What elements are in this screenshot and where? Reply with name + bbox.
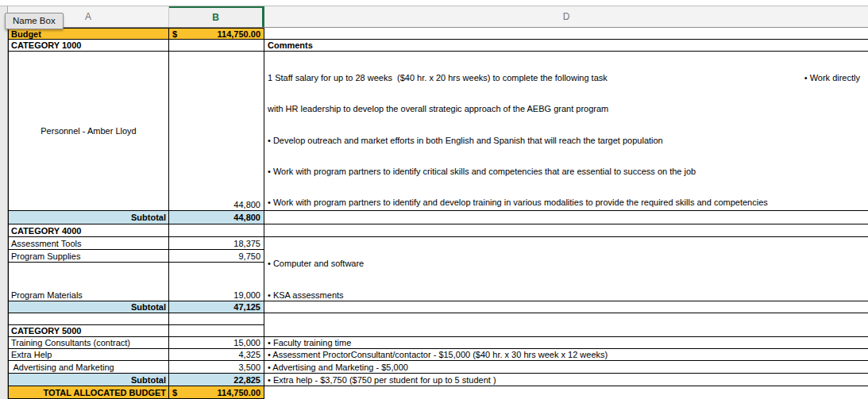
- comment-text: 1 Staff salary for up to 28 weeks ($40 h…: [268, 72, 608, 84]
- row-advertising: Advertising and Marketing 3,500: [8, 361, 264, 374]
- comment-line: 1 Staff salary for up to 28 weeks ($40 h…: [268, 72, 860, 84]
- row-program-materials: Program Materials 19,000: [8, 263, 264, 301]
- grid-columns-a-b: Budget $ 114,750.00 CATEGORY 1000 Person…: [8, 28, 264, 399]
- cell-extra-help-amount[interactable]: 4,325: [169, 349, 264, 361]
- cell-personnel-label[interactable]: Personnel - Amber Lloyd: [8, 52, 169, 211]
- cell-subtotal-3-amount[interactable]: 22,825: [169, 374, 264, 386]
- cell-assessment-tools-label[interactable]: Assessment Tools: [8, 237, 169, 250]
- comment-text-right: • Work directly: [804, 72, 860, 84]
- cell-category-1000-b[interactable]: [169, 40, 264, 52]
- cell-program-supplies-amount[interactable]: 9,750: [169, 250, 264, 263]
- row-total: TOTAL ALLOCATED BUDGET $ 114,750.00: [8, 386, 264, 399]
- cell-d-category-5000[interactable]: [264, 325, 868, 337]
- row-subtotal-2: Subtotal 47,125: [8, 301, 264, 313]
- currency-symbol: $: [172, 29, 177, 39]
- cell-training-consultants-label[interactable]: Training Consultants (contract): [8, 337, 169, 349]
- cell-program-materials-label[interactable]: Program Materials: [8, 263, 169, 301]
- comment-line: • KSA assessments: [268, 290, 860, 301]
- cell-d-extra-help-comment[interactable]: • Extra help - $3,750 ($750 per student …: [264, 374, 868, 386]
- comment-line: with HR leadership to develop the overal…: [268, 103, 860, 115]
- comment-line: • Computer and software: [268, 258, 860, 270]
- column-header-row: A B D: [8, 6, 868, 28]
- cell-advertising-label[interactable]: Advertising and Marketing: [8, 361, 169, 374]
- cell-category-1000-label[interactable]: CATEGORY 1000: [8, 40, 169, 52]
- row-category-4000: CATEGORY 4000: [8, 224, 264, 237]
- amount-value: 114,750.00: [218, 29, 260, 39]
- row-category-1000: CATEGORY 1000: [8, 40, 264, 52]
- cell-budget-label[interactable]: Budget: [8, 28, 169, 40]
- cell-d-assessment-proctor-comment[interactable]: • Assessment ProctorConsultant/contactor…: [264, 349, 868, 361]
- cell-d-personnel-comment[interactable]: 1 Staff salary for up to 28 weeks ($40 h…: [264, 52, 868, 211]
- row-subtotal-3: Subtotal 22,825: [8, 374, 264, 386]
- column-header-b[interactable]: B: [169, 6, 264, 27]
- cell-d-faculty-comment[interactable]: • Faculty training time: [264, 337, 868, 349]
- cell-program-supplies-label[interactable]: Program Supplies: [8, 250, 169, 263]
- row-program-supplies: Program Supplies 9,750: [8, 250, 264, 263]
- grid-column-d: Comments 1 Staff salary for up to 28 wee…: [264, 28, 868, 399]
- cell-d-subtotal-2[interactable]: [264, 301, 868, 313]
- row-training-consultants: Training Consultants (contract) 15,000: [8, 337, 264, 349]
- cell-extra-help-label[interactable]: Extra Help: [8, 349, 169, 361]
- cell-d-comments-header[interactable]: Comments: [264, 40, 868, 52]
- row-extra-help: Extra Help 4,325: [8, 349, 264, 361]
- cell-assessment-tools-amount[interactable]: 18,375: [169, 237, 264, 250]
- cell-training-consultants-amount[interactable]: 15,000: [169, 337, 264, 349]
- comment-line: • Work with program partners to identify…: [268, 166, 860, 178]
- cell-subtotal-2-amount[interactable]: 47,125: [169, 301, 264, 313]
- comment-line: • Work with program partners to identify…: [268, 197, 860, 209]
- spreadsheet-window: A B D Name Box Budget $ 114,750.00 CATEG…: [0, 0, 868, 399]
- cell-d-category-4000[interactable]: [264, 224, 868, 237]
- row-blank: [8, 313, 264, 325]
- amount-value: 114,750.00: [218, 388, 260, 397]
- row-category-5000: CATEGORY 5000: [8, 325, 264, 337]
- row-subtotal-1: Subtotal 44,800: [8, 211, 264, 224]
- cell-program-materials-amount[interactable]: 19,000: [169, 263, 264, 301]
- cell-total-label[interactable]: TOTAL ALLOCATED BUDGET: [8, 386, 169, 399]
- cell-personnel-amount[interactable]: 44,800: [169, 52, 264, 211]
- cell-category-5000-b[interactable]: [169, 325, 264, 337]
- cell-subtotal-3-label[interactable]: Subtotal: [8, 374, 169, 386]
- cell-d-category-4000-comments[interactable]: • Computer and software • KSA assessment…: [264, 237, 868, 301]
- cell-subtotal-1-label[interactable]: Subtotal: [8, 211, 169, 224]
- cell-d-advertising-comment[interactable]: • Advertising and Marketing - $5,000: [264, 361, 868, 374]
- cell-blank-a[interactable]: [8, 313, 169, 325]
- cell-d-subtotal-1[interactable]: [264, 211, 868, 224]
- cell-category-4000-b[interactable]: [169, 224, 264, 237]
- cell-category-5000-label[interactable]: CATEGORY 5000: [8, 325, 169, 337]
- cell-subtotal-1-amount[interactable]: 44,800: [169, 211, 264, 224]
- column-header-d[interactable]: D: [264, 6, 868, 27]
- cell-advertising-amount[interactable]: 3,500: [169, 361, 264, 374]
- cell-subtotal-2-label[interactable]: Subtotal: [8, 301, 169, 313]
- row-header-strip[interactable]: [0, 6, 8, 399]
- row-budget: Budget $ 114,750.00: [8, 28, 264, 40]
- currency-symbol: $: [172, 388, 177, 397]
- cell-d-total-row[interactable]: [264, 386, 868, 399]
- row-assessment-tools: Assessment Tools 18,375: [8, 237, 264, 250]
- cell-blank-b[interactable]: [169, 313, 264, 325]
- cell-budget-amount[interactable]: $ 114,750.00: [169, 28, 264, 40]
- name-box-tooltip: Name Box: [5, 13, 64, 29]
- cell-category-4000-label[interactable]: CATEGORY 4000: [8, 224, 169, 237]
- row-personnel: Personnel - Amber Lloyd 44,800: [8, 52, 264, 211]
- cell-d-budget-row[interactable]: [264, 28, 868, 40]
- cell-total-amount[interactable]: $ 114,750.00: [169, 386, 264, 399]
- comment-line: • Develop outreach and market efforts in…: [268, 135, 860, 147]
